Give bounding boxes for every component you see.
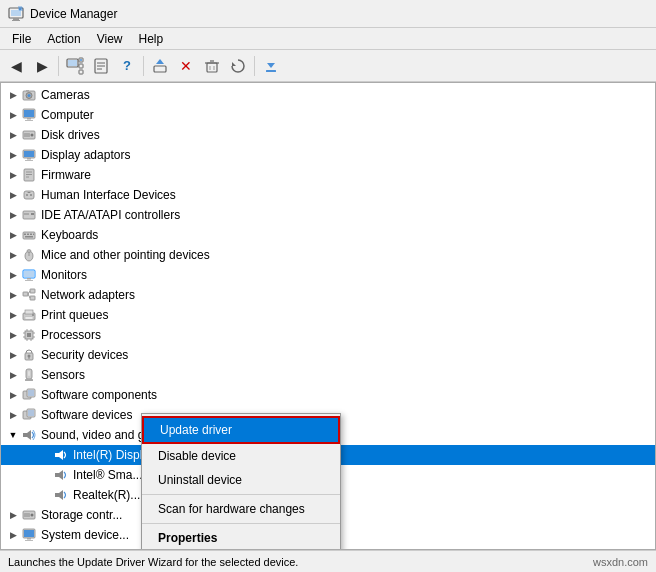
hid-label: Human Interface Devices [41, 188, 176, 202]
expand-software-devices[interactable]: ▶ [5, 407, 21, 423]
context-update-driver[interactable]: Update driver [142, 416, 340, 444]
expand-processors[interactable]: ▶ [5, 327, 21, 343]
expand-disk[interactable]: ▶ [5, 127, 21, 143]
tree-item-software-components[interactable]: ▶ Software components [1, 385, 655, 405]
svg-rect-34 [24, 133, 30, 137]
expand-firmware[interactable]: ▶ [5, 167, 21, 183]
menu-help[interactable]: Help [131, 30, 172, 48]
expand-print[interactable]: ▶ [5, 307, 21, 323]
svg-rect-55 [33, 234, 34, 236]
context-disable-device[interactable]: Disable device [142, 444, 340, 468]
expand-ide[interactable]: ▶ [5, 207, 21, 223]
context-uninstall-device[interactable]: Uninstall device [142, 468, 340, 492]
svg-rect-32 [25, 120, 33, 121]
expand-storage[interactable]: ▶ [5, 507, 21, 523]
svg-rect-91 [28, 390, 34, 396]
svg-rect-38 [27, 158, 31, 160]
expand-display[interactable]: ▶ [5, 147, 21, 163]
uninstall-button[interactable] [200, 54, 224, 78]
software-devices-icon [21, 407, 37, 423]
expand-monitors[interactable]: ▶ [5, 267, 21, 283]
expand-intel-smart[interactable] [37, 467, 53, 483]
tree-item-ide[interactable]: ▶ IDE ATA/ATAPI controllers [1, 205, 655, 225]
svg-rect-108 [27, 538, 31, 540]
software-devices-label: Software devices [41, 408, 132, 422]
context-scan-hardware[interactable]: Scan for hardware changes [142, 497, 340, 521]
tree-item-disk-drives[interactable]: ▶ Disk drives [1, 125, 655, 145]
svg-rect-17 [207, 63, 217, 72]
expand-network[interactable]: ▶ [5, 287, 21, 303]
back-button[interactable]: ◀ [4, 54, 28, 78]
realtek-icon [53, 487, 69, 503]
forward-button[interactable]: ▶ [30, 54, 54, 78]
svg-rect-6 [68, 60, 77, 66]
scan-hardware-button[interactable] [226, 54, 250, 78]
svg-rect-95 [23, 433, 27, 437]
svg-rect-15 [154, 66, 166, 72]
svg-rect-28 [26, 90, 29, 92]
disable-button[interactable]: ✕ [174, 54, 198, 78]
expand-universal[interactable]: ▶ [5, 547, 21, 549]
update-driver-button[interactable] [148, 54, 172, 78]
tree-item-security[interactable]: ▶ Security devices [1, 345, 655, 365]
tree-item-keyboards[interactable]: ▶ Keyboards [1, 225, 655, 245]
svg-point-4 [19, 7, 22, 10]
svg-rect-52 [24, 234, 26, 236]
expand-security[interactable]: ▶ [5, 347, 21, 363]
svg-rect-31 [27, 118, 31, 120]
properties-button[interactable] [89, 54, 113, 78]
sound-icon [21, 427, 37, 443]
help-button[interactable]: ? [115, 54, 139, 78]
svg-rect-101 [55, 493, 59, 497]
status-text: Launches the Update Driver Wizard for th… [8, 556, 298, 568]
tree-item-display[interactable]: ▶ Display adaptors [1, 145, 655, 165]
expand-realtek[interactable] [37, 487, 53, 503]
security-label: Security devices [41, 348, 128, 362]
expand-computer[interactable]: ▶ [5, 107, 21, 123]
tree-item-network[interactable]: ▶ Network adapters [1, 285, 655, 305]
expand-sensors[interactable]: ▶ [5, 367, 21, 383]
svg-point-59 [27, 250, 31, 253]
menu-action[interactable]: Action [39, 30, 88, 48]
svg-marker-96 [27, 430, 31, 440]
tree-item-firmware[interactable]: ▶ Firmware [1, 165, 655, 185]
tree-item-mice[interactable]: ▶ Mice and other pointing devices [1, 245, 655, 265]
realtek-label: Realtek(R)... [73, 488, 140, 502]
tree-item-computer[interactable]: ▶ Computer [1, 105, 655, 125]
context-properties[interactable]: Properties [142, 526, 340, 550]
tree-item-monitors[interactable]: ▶ Monitors [1, 265, 655, 285]
tree-item-hid[interactable]: ▶ Human Interface Devices [1, 185, 655, 205]
cameras-icon [21, 87, 37, 103]
system-icon [21, 527, 37, 543]
expand-keyboards[interactable]: ▶ [5, 227, 21, 243]
menu-file[interactable]: File [4, 30, 39, 48]
svg-rect-3 [12, 20, 20, 21]
svg-rect-61 [24, 271, 34, 277]
toolbar-sep-2 [143, 56, 144, 76]
tree-item-processors[interactable]: ▶ Processors [1, 325, 655, 345]
print-label: Print queues [41, 308, 108, 322]
menu-view[interactable]: View [89, 30, 131, 48]
tree-item-print[interactable]: ▶ Print queues [1, 305, 655, 325]
expand-cameras[interactable]: ▶ [5, 87, 21, 103]
expand-mice[interactable]: ▶ [5, 247, 21, 263]
expand-sound[interactable]: ▼ [5, 427, 21, 443]
tree-item-cameras[interactable]: ▶ Cameras [1, 85, 655, 105]
keyboards-icon [21, 227, 37, 243]
expand-software-components[interactable]: ▶ [5, 387, 21, 403]
toolbar-sep-1 [58, 56, 59, 76]
svg-marker-98 [59, 450, 63, 460]
download-button[interactable] [259, 54, 283, 78]
svg-marker-22 [232, 62, 236, 66]
device-manager-toolbar-icon[interactable] [63, 54, 87, 78]
svg-rect-49 [24, 213, 29, 215]
svg-rect-53 [27, 234, 29, 236]
expand-intel-display[interactable] [37, 447, 53, 463]
svg-rect-87 [28, 371, 30, 376]
tree-item-sensors[interactable]: ▶ Sensors [1, 365, 655, 385]
svg-rect-71 [25, 317, 33, 319]
expand-system[interactable]: ▶ [5, 527, 21, 543]
system-label: System device... [41, 528, 129, 542]
expand-hid[interactable]: ▶ [5, 187, 21, 203]
ide-label: IDE ATA/ATAPI controllers [41, 208, 180, 222]
